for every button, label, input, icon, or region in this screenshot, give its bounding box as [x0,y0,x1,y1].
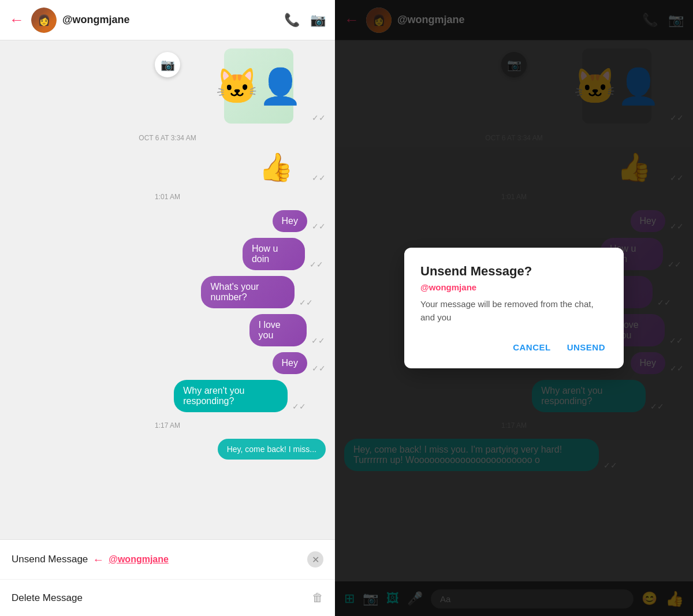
check-number: ✓✓ [299,298,313,307]
right-panel: ← 👩 @wongmjane 📞 📷 📷 🐱‍👤 ✓✓ OCT 6 AT 3:3… [335,0,693,616]
unsend-message-item[interactable]: Unsend Message ← @wongmjane ✕ [0,540,335,579]
like-bubble-row: 👍 ✓✓ [9,151,326,184]
msg-responding: Why aren't you responding? ✓✓ [9,380,326,412]
unsend-label-row: Unsend Message ← @wongmjane [12,553,169,566]
dialog-username: @wongmjane [420,282,608,292]
arrow-icon: ← [92,553,104,566]
video-icon[interactable]: 📷 [310,13,326,28]
close-button[interactable]: ✕ [307,551,323,568]
timestamp-oct6: OCT 6 AT 3:34 AM [9,134,326,142]
check-responding: ✓✓ [292,402,306,411]
msg-responding-row: Why aren't you responding? ✓✓ [174,380,326,412]
msg-hey2-row: Hey ✓✓ [273,352,326,374]
unsend-label: Unsend Message [12,554,88,565]
back-button[interactable]: ← [9,11,24,29]
phone-icon[interactable]: 📞 [284,13,300,28]
unsend-button[interactable]: UNSEND [565,338,608,357]
dialog-body: Your message will be removed from the ch… [420,298,608,324]
header-actions: 📞 📷 [284,13,326,28]
unsend-dialog: Unsend Message? @wongmjane Your message … [404,248,624,368]
msg-doin-row: How u doin ✓✓ [243,238,326,270]
avatar: 👩 [31,8,57,33]
msg-love: I love you ✓✓ [9,314,326,346]
timestamp-117: 1:17 AM [9,421,326,430]
bubble-hey2: Hey [273,352,307,374]
bubble-doin: How u doin [243,238,305,270]
sticker-area: 📷 🐱‍👤 ✓✓ [9,46,326,126]
left-panel: ← 👩 @wongmjane 📞 📷 📷 🐱‍👤 ✓✓ OCT 6 AT 3:3… [0,0,335,616]
check-doin: ✓✓ [310,260,323,269]
trash-icon[interactable]: 🗑 [312,591,323,604]
dialog-title: Unsend Message? [420,264,608,279]
check-love: ✓✓ [311,336,325,345]
msg-love-row: I love you ✓✓ [249,314,326,346]
msg-number-row: What's your number? ✓✓ [201,276,326,308]
check-hey2: ✓✓ [312,364,326,373]
msg-partial: Hey, come back! I miss... [9,439,326,460]
bubble-love: I love you [249,314,307,346]
left-header: ← 👩 @wongmjane 📞 📷 [0,0,335,40]
cancel-button[interactable]: CANCEL [511,338,553,357]
sticker-image: 🐱‍👤 [224,48,293,124]
dialog-actions: CANCEL UNSEND [420,338,608,357]
bubble-responding: Why aren't you responding? [174,380,288,412]
bottom-sheet: Unsend Message ← @wongmjane ✕ Delete Mes… [0,539,335,616]
bubble-partial: Hey, come back! I miss... [218,439,326,460]
msg-number: What's your number? ✓✓ [9,276,326,308]
left-chat-area: 📷 🐱‍👤 ✓✓ OCT 6 AT 3:34 AM 👍 ✓✓ 1:01 AM H… [0,40,335,539]
timestamp-101: 1:01 AM [9,193,326,201]
delete-label: Delete Message [12,592,83,604]
delete-message-item[interactable]: Delete Message 🗑 [0,579,335,616]
avatar-image: 👩 [31,8,57,33]
msg-hey: Hey ✓✓ [9,210,326,232]
check-hey: ✓✓ [312,222,326,231]
msg-hey-row: Hey ✓✓ [273,210,326,232]
camera-button[interactable]: 📷 [155,52,180,77]
check-icon: ✓✓ [312,113,326,122]
bubble-hey: Hey [273,210,307,232]
unsend-username: @wongmjane [109,554,169,565]
msg-doin: How u doin ✓✓ [9,238,326,270]
bubble-number: What's your number? [201,276,295,308]
check-1: ✓✓ [312,173,326,182]
like-thumb: 👍 [259,151,293,184]
dialog-overlay: Unsend Message? @wongmjane Your message … [335,0,693,616]
header-username: @wongmjane [62,14,284,26]
msg-hey2: Hey ✓✓ [9,352,326,374]
